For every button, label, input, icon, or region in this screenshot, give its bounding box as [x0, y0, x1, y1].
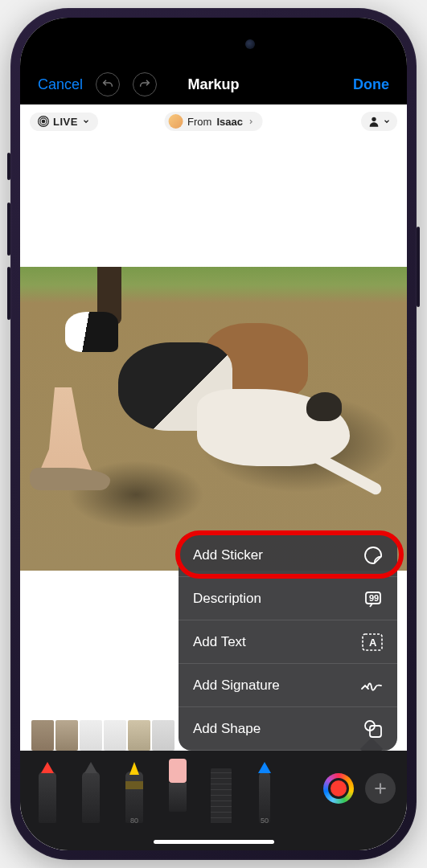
menu-item-description[interactable]: Description 99	[179, 577, 397, 620]
chevron-down-icon	[383, 117, 391, 125]
sticker-icon	[363, 546, 383, 565]
shape-icon	[363, 719, 383, 739]
chevron-right-icon	[248, 118, 255, 125]
power-button	[417, 227, 420, 307]
thumbnail[interactable]	[152, 720, 174, 751]
description-icon: 99	[363, 589, 383, 608]
add-button[interactable]	[365, 773, 396, 804]
content-area: LIVE From Isaac	[20, 104, 407, 850]
text-icon: A	[362, 633, 383, 651]
photo-leg	[38, 387, 94, 476]
home-indicator[interactable]	[154, 840, 274, 844]
markup-toolbar: 80 50	[20, 751, 407, 850]
dynamic-island	[158, 29, 269, 59]
done-button[interactable]: Done	[353, 76, 389, 93]
menu-label: Description	[193, 591, 261, 607]
menu-item-add-signature[interactable]: Add Signature	[179, 664, 397, 707]
redo-button[interactable]	[133, 72, 157, 96]
thumbnail-strip[interactable]	[31, 720, 174, 751]
from-pill[interactable]: From Isaac	[164, 112, 263, 131]
from-prefix: From	[187, 116, 211, 128]
thumbnail[interactable]	[128, 720, 150, 751]
menu-item-add-text[interactable]: Add Text A	[179, 620, 397, 664]
thumbnail[interactable]	[55, 720, 78, 751]
cancel-button[interactable]: Cancel	[38, 76, 83, 93]
svg-text:A: A	[369, 637, 377, 649]
photo-sandal	[30, 468, 110, 490]
signature-icon	[360, 678, 383, 694]
svg-point-0	[42, 120, 45, 123]
menu-label: Add Sticker	[193, 547, 263, 563]
menu-item-add-sticker[interactable]: Add Sticker	[179, 534, 397, 577]
volume-down-button	[7, 267, 10, 320]
phone-frame: Cancel Markup Done LIVE F	[10, 8, 417, 860]
tool-pen[interactable]	[31, 754, 64, 823]
tool-size-label: 80	[130, 817, 138, 825]
menu-label: Add Text	[193, 634, 246, 650]
volume-up-button	[7, 203, 10, 256]
photo-dog	[197, 389, 350, 466]
chevron-down-icon	[82, 117, 90, 125]
menu-label: Add Signature	[193, 678, 280, 694]
live-label: LIVE	[53, 116, 78, 128]
person-icon	[367, 115, 380, 128]
tool-marker-thin[interactable]	[75, 754, 107, 823]
tool-size-label: 50	[261, 817, 269, 825]
plus-icon	[372, 780, 388, 796]
from-name: Isaac	[216, 116, 243, 128]
live-badge[interactable]: LIVE	[30, 113, 98, 131]
tool-highlighter[interactable]: 80	[118, 754, 150, 823]
color-picker-button[interactable]	[323, 773, 354, 804]
nav-bar: Cancel Markup Done	[20, 64, 407, 104]
thumbnail[interactable]	[104, 720, 126, 751]
undo-button[interactable]	[96, 72, 120, 96]
svg-text:99: 99	[369, 593, 379, 603]
tool-pencil[interactable]: 50	[248, 754, 281, 823]
thumbnail[interactable]	[31, 720, 54, 751]
live-icon	[38, 116, 49, 127]
page-title: Markup	[187, 76, 239, 93]
tool-ruler[interactable]	[205, 754, 237, 823]
redo-icon	[138, 78, 151, 91]
screen: Cancel Markup Done LIVE F	[20, 18, 407, 850]
content-header: LIVE From Isaac	[20, 104, 407, 138]
side-button	[7, 153, 10, 180]
undo-icon	[101, 78, 114, 91]
avatar	[168, 114, 183, 129]
current-color-swatch	[328, 778, 349, 799]
svg-point-3	[372, 117, 376, 121]
add-menu: Add Sticker Description 99 Add Text A Ad…	[179, 534, 397, 751]
tool-eraser[interactable]	[162, 754, 194, 823]
thumbnail[interactable]	[80, 720, 102, 751]
menu-label: Add Shape	[193, 721, 261, 737]
people-button[interactable]	[361, 112, 397, 131]
photo-dog	[65, 312, 118, 352]
photo-canvas[interactable]	[20, 267, 407, 571]
svg-rect-8	[370, 726, 381, 737]
